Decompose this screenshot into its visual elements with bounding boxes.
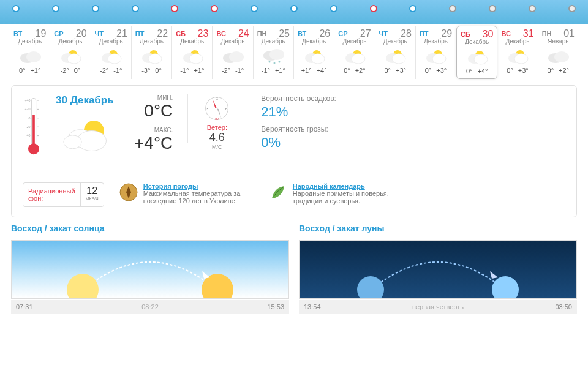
day-weather-icon [261, 47, 285, 64]
svg-text:Ю: Ю [216, 117, 219, 121]
day-month: Декабрь [11, 38, 48, 45]
sun-title: Восход / закат солнца [11, 224, 289, 236]
timeline-dot[interactable] [52, 5, 59, 12]
timeline-dot[interactable] [529, 5, 536, 12]
timeline-dot[interactable] [449, 5, 456, 12]
moon-phase: первая четверть [412, 303, 464, 310]
day-hi: -1° [113, 67, 122, 74]
day-lo: 0° [507, 67, 513, 74]
timeline-dot[interactable] [370, 5, 377, 12]
day-card[interactable]: ПТ22Декабрь-3°0° [132, 26, 172, 79]
day-hi: 0° [155, 67, 162, 74]
timeline-dot[interactable] [409, 5, 417, 12]
day-num: 29 [441, 29, 452, 38]
timeline-dot[interactable] [132, 5, 139, 12]
timeline-dot[interactable] [12, 5, 20, 12]
day-month: Декабрь [458, 39, 496, 45]
day-num: 26 [319, 29, 330, 38]
day-dow: ЧТ [95, 29, 104, 38]
sun-chart [11, 240, 289, 299]
day-card[interactable]: СР27Декабрь0°+2° [334, 26, 375, 79]
timeline-dot[interactable] [568, 5, 576, 12]
day-month: Декабрь [417, 38, 454, 45]
min-label: МИН. [134, 94, 173, 101]
svg-point-35 [474, 54, 488, 64]
day-num: 21 [116, 29, 127, 38]
day-card[interactable]: ПН25Декабрь-1°+1° [254, 26, 294, 79]
day-card[interactable]: СБ30Декабрь0°+4° [456, 26, 497, 79]
timeline-dot[interactable] [92, 5, 99, 12]
day-card[interactable]: ВТ26Декабрь+1°+4° [294, 26, 334, 79]
svg-point-10 [148, 54, 162, 64]
timeline-dot[interactable] [251, 5, 258, 12]
day-weather-icon [18, 47, 42, 64]
day-num: 25 [279, 29, 290, 38]
day-card[interactable]: ВТ19Декабрь0°+1° [10, 26, 50, 79]
day-num: 30 [483, 30, 494, 39]
day-lo: -1° [180, 67, 189, 74]
timeline-dot[interactable] [211, 5, 218, 12]
day-card[interactable]: СР20Декабрь-2°0° [50, 26, 91, 79]
history-desc: Максимальная температура за последние 12… [143, 190, 254, 205]
sun-duration: 08:22 [141, 303, 159, 310]
day-weather-icon [180, 47, 205, 64]
day-month: Декабрь [51, 38, 89, 45]
svg-point-1 [26, 51, 41, 62]
thermometer-icon: +40+20 02040 [23, 94, 45, 164]
day-dow: ПТ [135, 29, 145, 38]
svg-point-20 [279, 61, 281, 63]
min-temp: 0°C [134, 101, 173, 121]
day-hi: 0° [74, 67, 81, 74]
svg-text:20: 20 [27, 125, 31, 129]
svg-point-4 [67, 54, 81, 64]
day-dow: ВС [216, 29, 225, 38]
day-card[interactable]: ЧТ21Декабрь-2°-1° [91, 26, 132, 79]
timeline-dot[interactable] [171, 5, 178, 12]
day-card[interactable]: ВС24Декабрь-2°-1° [213, 26, 253, 79]
moon-set: 03:50 [555, 303, 572, 310]
timeline-dot[interactable] [330, 5, 337, 12]
timeline-dot[interactable] [290, 5, 298, 12]
folk-link[interactable]: Народный календарь [293, 182, 365, 190]
radiation-label: Радиационный фон: [23, 183, 81, 206]
day-card[interactable]: ПТ29Декабрь0°+3° [416, 26, 456, 79]
storm-label: Вероятность грозы: [261, 125, 336, 133]
day-month: Декабрь [133, 38, 170, 45]
svg-point-19 [274, 62, 276, 64]
radiation-card: Радиационный фон: 12 МКР/Ч [23, 182, 104, 207]
moon-rise: 13:54 [304, 303, 321, 310]
day-weather-icon [383, 47, 407, 64]
svg-rect-42 [32, 115, 35, 145]
day-month: Декабрь [295, 38, 333, 45]
day-card[interactable]: ПН01Январь0°+2° [538, 26, 578, 79]
svg-text:0: 0 [29, 116, 31, 120]
timeline-dot[interactable] [489, 5, 496, 12]
day-card[interactable]: ЧТ28Декабрь0°+3° [375, 26, 416, 79]
max-label: МАКС. [134, 127, 173, 133]
day-hi: +4° [317, 67, 327, 74]
folk-desc: Народные приметы и поверья, традиции и с… [293, 190, 403, 205]
precip-value: 21% [261, 104, 336, 120]
day-card[interactable]: ВС31Декабрь0°+3° [497, 26, 538, 79]
svg-point-29 [392, 54, 405, 64]
day-num: 27 [360, 29, 371, 38]
compass-history-icon [119, 182, 138, 202]
svg-point-43 [28, 143, 39, 154]
svg-point-40 [554, 51, 569, 62]
day-hi: +3° [436, 67, 447, 74]
day-hi: +1° [194, 67, 204, 74]
storm-value: 0% [261, 135, 336, 151]
svg-point-57 [64, 135, 81, 149]
moon-chart [299, 240, 577, 299]
svg-point-67 [67, 274, 99, 299]
svg-text:+40: +40 [24, 99, 30, 102]
max-temp: +4°C [134, 133, 173, 153]
day-weather-icon [302, 47, 326, 64]
day-card[interactable]: СБ23Декабрь-1°+1° [172, 26, 213, 79]
day-lo: 0° [466, 67, 473, 75]
day-dow: СР [338, 29, 347, 38]
radiation-value: 12 [86, 186, 99, 197]
svg-point-32 [432, 54, 446, 64]
svg-point-15 [229, 51, 244, 62]
history-link[interactable]: История погоды [143, 182, 198, 190]
